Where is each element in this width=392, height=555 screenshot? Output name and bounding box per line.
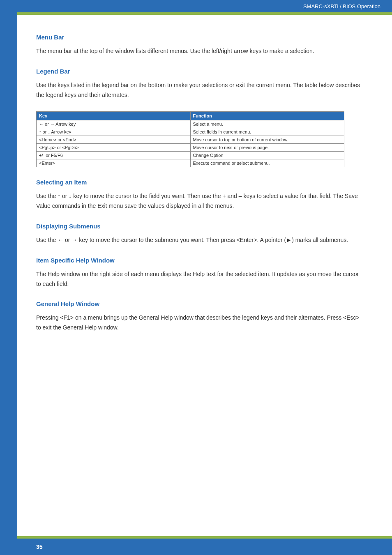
- section-legend-bar: Legend Bar Use the keys listed in the le…: [36, 68, 365, 168]
- cell-key: ↑ or ↓ Arrow key: [37, 128, 191, 136]
- section-menu-bar: Menu Bar The menu bar at the top of the …: [36, 34, 365, 56]
- table-row: <PgUp> or <PgDn> Move cursor to next or …: [37, 144, 344, 152]
- page-header: SMARC-sXBTi / BIOS Operation: [17, 0, 392, 12]
- table-row: <Enter> Execute command or select submen…: [37, 159, 344, 167]
- table-row: ↑ or ↓ Arrow key Select fields in curren…: [37, 128, 344, 136]
- cell-function: Execute command or select submenu.: [190, 159, 344, 167]
- section-title: Legend Bar: [36, 68, 365, 75]
- section-title: Item Specific Help Window: [36, 257, 365, 264]
- section-text: The menu bar at the top of the window li…: [36, 46, 365, 56]
- cell-key: <Enter>: [37, 159, 191, 167]
- section-text: Use the ← or → key to move the cursor to…: [36, 235, 365, 245]
- table-row: +/- or F5/F6 Change Option: [37, 152, 344, 159]
- cell-key: <Home> or <End>: [37, 136, 191, 144]
- cell-key: +/- or F5/F6: [37, 152, 191, 159]
- col-key: Key: [37, 112, 191, 120]
- section-title: General Help Window: [36, 300, 365, 307]
- legend-keys-table: Key Function ← or → Arrow key Select a m…: [36, 111, 344, 167]
- page-footer: 35: [17, 539, 392, 555]
- section-title: Menu Bar: [36, 34, 365, 41]
- table-header-row: Key Function: [37, 112, 344, 120]
- table-row: ← or → Arrow key Select a menu.: [37, 120, 344, 128]
- cell-function: Move cursor to next or previous page.: [190, 144, 344, 152]
- section-text: Use the keys listed in the legend bar on…: [36, 81, 365, 100]
- breadcrumb: SMARC-sXBTi / BIOS Operation: [303, 3, 380, 9]
- section-item-help: Item Specific Help Window The Help windo…: [36, 257, 365, 289]
- section-displaying-submenus: Displaying Submenus Use the ← or → key t…: [36, 223, 365, 245]
- page-content: Menu Bar The menu bar at the top of the …: [36, 34, 365, 344]
- section-text: Use the ↑ or ↓ key to move the cursor to…: [36, 191, 365, 211]
- section-title: Selecting an Item: [36, 179, 365, 186]
- table-row: <Home> or <End> Move cursor to top or bo…: [37, 136, 344, 144]
- header-underline: [17, 12, 392, 15]
- cell-function: Select fields in current menu.: [190, 128, 344, 136]
- cell-key: <PgUp> or <PgDn>: [37, 144, 191, 152]
- section-selecting-item: Selecting an Item Use the ↑ or ↓ key to …: [36, 179, 365, 211]
- cell-function: Select a menu.: [190, 120, 344, 128]
- page-number: 35: [36, 543, 43, 550]
- col-function: Function: [190, 112, 344, 120]
- cell-key: ← or → Arrow key: [37, 120, 191, 128]
- cell-function: Change Option: [190, 152, 344, 159]
- section-text: The Help window on the right side of eac…: [36, 269, 365, 289]
- section-title: Displaying Submenus: [36, 223, 365, 230]
- section-general-help: General Help Window Pressing <F1> on a m…: [36, 300, 365, 333]
- section-text: Pressing <F1> on a menu brings up the Ge…: [36, 313, 365, 333]
- left-sidebar-accent: [0, 0, 17, 555]
- cell-function: Move cursor to top or bottom of current …: [190, 136, 344, 144]
